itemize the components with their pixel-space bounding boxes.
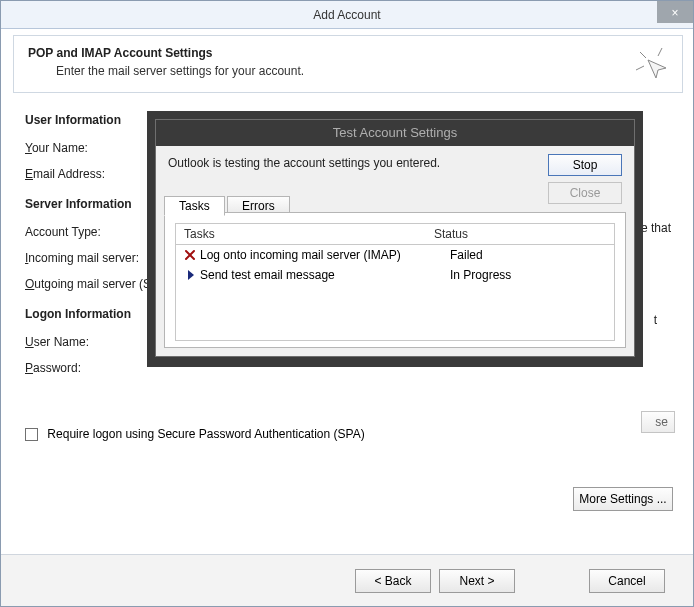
- spa-label: Require logon using Secure Password Auth…: [47, 427, 364, 441]
- wizard-header: POP and IMAP Account Settings Enter the …: [13, 35, 683, 93]
- task-row: Send test email message In Progress: [176, 265, 614, 285]
- truncated-button[interactable]: se: [641, 411, 675, 433]
- wizard-title: POP and IMAP Account Settings: [28, 46, 668, 60]
- modal-title: Test Account Settings: [156, 120, 634, 146]
- cursor-click-icon: [632, 44, 672, 84]
- window-title: Add Account: [313, 8, 380, 22]
- spa-checkbox[interactable]: [25, 428, 38, 441]
- svg-line-2: [636, 66, 644, 70]
- back-button[interactable]: < Back: [355, 569, 431, 593]
- col-header-tasks: Tasks: [176, 224, 426, 244]
- spa-checkbox-row: Require logon using Secure Password Auth…: [25, 427, 669, 441]
- truncated-text-line2: t: [654, 313, 657, 327]
- task-row: Log onto incoming mail server (IMAP) Fai…: [176, 245, 614, 265]
- truncated-text-line1: e that: [641, 221, 671, 235]
- task-status: In Progress: [442, 268, 608, 282]
- task-panel: Tasks Status Log onto incoming mail serv…: [164, 212, 626, 348]
- window-close-button[interactable]: ×: [657, 1, 693, 23]
- titlebar: Add Account ×: [1, 1, 693, 29]
- modal-body: Outlook is testing the account settings …: [156, 146, 634, 356]
- tab-tasks[interactable]: Tasks: [164, 196, 225, 216]
- add-account-window: Add Account × POP and IMAP Account Setti…: [0, 0, 694, 607]
- svg-line-0: [640, 52, 646, 58]
- in-progress-icon: [182, 267, 198, 283]
- close-icon: ×: [671, 6, 678, 20]
- stop-button[interactable]: Stop: [548, 154, 622, 176]
- svg-line-1: [658, 48, 662, 56]
- wizard-footer: < Back Next > Cancel: [1, 554, 693, 606]
- col-header-status: Status: [426, 224, 614, 244]
- more-settings-button[interactable]: More Settings ...: [573, 487, 673, 511]
- task-name: Send test email message: [198, 268, 442, 282]
- close-button-disabled: Close: [548, 182, 622, 204]
- cancel-button[interactable]: Cancel: [589, 569, 665, 593]
- failed-icon: [182, 247, 198, 263]
- task-table-header: Tasks Status: [176, 224, 614, 245]
- wizard-subtitle: Enter the mail server settings for your …: [56, 64, 668, 78]
- next-button[interactable]: Next >: [439, 569, 515, 593]
- task-name: Log onto incoming mail server (IMAP): [198, 248, 442, 262]
- test-account-settings-dialog: Test Account Settings Outlook is testing…: [155, 119, 635, 357]
- task-table: Tasks Status Log onto incoming mail serv…: [175, 223, 615, 341]
- task-status: Failed: [442, 248, 608, 262]
